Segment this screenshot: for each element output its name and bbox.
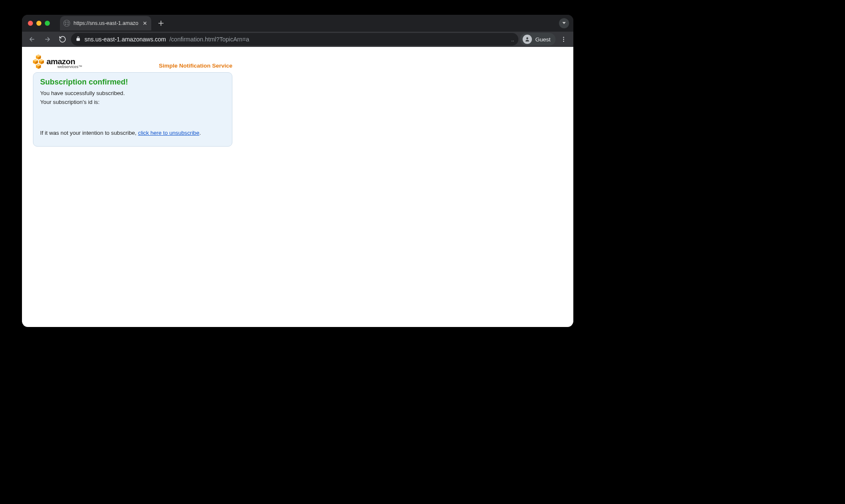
forward-button[interactable] [41,33,54,46]
close-tab-button[interactable] [142,20,148,26]
unsubscribe-link[interactable]: click here to unsubscribe [138,130,199,136]
unsubscribe-line: If it was not your intention to subscrib… [40,130,225,136]
aws-cubes-icon [33,54,44,69]
svg-point-3 [563,41,564,41]
aws-logo-text: amazon webservices™ [46,57,82,69]
page-header: amazon webservices™ Simple Notification … [33,54,232,69]
avatar-icon [523,35,532,44]
unsubscribe-prefix: If it was not your intention to subscrib… [40,130,138,136]
subscription-id-space [40,108,225,127]
confirmation-title: Subscription confirmed! [40,78,225,87]
reload-button[interactable] [56,33,69,46]
tab-title: https://sns.us-east-1.amazona [74,20,139,26]
lock-icon [75,36,81,43]
back-button[interactable] [25,33,39,46]
unsubscribe-suffix: . [199,130,201,136]
address-path: /confirmation.html?TopicArn=a [169,36,249,43]
confirmation-line-2: Your subscription's id is: [40,99,225,105]
service-name: Simple Notification Service [159,63,232,69]
globe-icon [63,20,70,27]
new-tab-button[interactable] [155,18,166,29]
window-close-button[interactable] [28,21,33,26]
confirmation-line-1: You have successfully subscribed. [40,90,225,96]
page-viewport: amazon webservices™ Simple Notification … [22,47,573,327]
confirmation-card: Subscription confirmed! You have success… [33,72,232,147]
tab-bar: https://sns.us-east-1.amazona [22,15,573,32]
address-overflow: .. [511,36,514,43]
page-content: amazon webservices™ Simple Notification … [22,47,573,154]
tab-search-button[interactable] [559,18,569,28]
address-bar[interactable]: sns.us-east-1.amazonaws.com/confirmation… [71,33,518,46]
browser-menu-button[interactable] [557,33,570,46]
svg-point-1 [563,37,564,38]
profile-chip[interactable]: Guest [520,33,556,46]
toolbar: sns.us-east-1.amazonaws.com/confirmation… [22,32,573,47]
aws-logo: amazon webservices™ [33,54,82,69]
browser-window: https://sns.us-east-1.amazona [22,15,573,327]
profile-label: Guest [535,36,551,43]
window-minimize-button[interactable] [36,21,41,26]
window-maximize-button[interactable] [45,21,50,26]
browser-tab[interactable]: https://sns.us-east-1.amazona [60,16,151,30]
svg-point-2 [563,39,564,40]
window-controls [28,21,50,26]
address-host: sns.us-east-1.amazonaws.com [84,36,166,43]
